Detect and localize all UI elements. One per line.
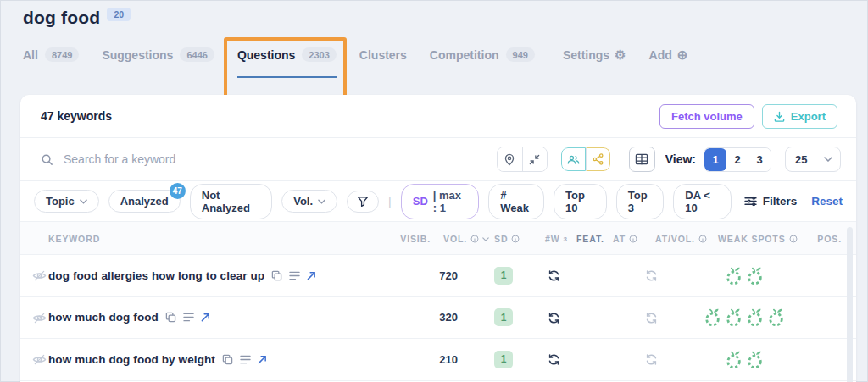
copy-icon[interactable] [271,270,282,281]
search-input[interactable] [64,152,318,166]
external-link-icon[interactable] [201,313,210,322]
volume-value: 210 [439,339,458,380]
view-option-2[interactable]: 2 [726,148,748,171]
col-weak-spots[interactable]: WEAK SPOTS [718,222,798,256]
sd-badge: 1 [494,351,513,368]
col-keyword[interactable]: KEYWORD [48,222,100,256]
add-button[interactable]: Add ⊕ [649,48,688,62]
refresh-w3-icon[interactable] [548,353,560,366]
sd-badge: 1 [494,267,513,285]
page-title: dog food [23,8,100,28]
funnel-icon [357,196,369,208]
table-view-button[interactable] [629,147,655,172]
volume-value: 320 [439,297,458,339]
tab-count-badge: 949 [506,47,535,62]
location-pin-button[interactable] [498,147,522,171]
table-row: how much dog food by weight 210 1 [20,339,856,381]
funnel-filter-button[interactable] [347,191,379,213]
tab-clusters[interactable]: Clusters [359,48,407,62]
users-button[interactable] [561,147,586,171]
sort-icon[interactable] [482,237,489,241]
analyzed-filter[interactable]: Analyzed 47 [108,190,181,213]
col-feat[interactable]: FEAT. [576,222,604,256]
settings-button[interactable]: Settings ⚙ [563,48,626,62]
page-size-select[interactable]: 25 [785,147,841,172]
info-icon [629,235,637,243]
export-label: Export [791,110,826,123]
da-label: DA < 10 [685,189,719,214]
volume-value: 720 [439,255,458,296]
tab-competition[interactable]: Competition 949 [430,47,535,62]
page-header: dog food 20 [23,8,131,28]
refresh-at-icon[interactable] [645,353,658,366]
sd-max-filter[interactable]: SD | max : 1 [401,184,480,219]
weak-spot-fruit-icon[interactable] [767,307,785,327]
fetch-volume-button[interactable]: Fetch volume [659,104,754,129]
reset-button[interactable]: Reset [811,195,843,208]
serp-list-icon[interactable] [183,313,194,322]
view-selector: 1 2 3 [704,147,771,172]
weak-spot-fruit-icon[interactable] [704,307,721,327]
external-link-icon[interactable] [258,355,267,364]
eye-off-icon[interactable] [32,353,47,366]
refresh-w3-icon[interactable] [548,269,560,282]
tab-questions[interactable]: Questions 2303 [237,47,337,62]
copy-icon[interactable] [222,354,233,365]
tab-count-badge: 2303 [302,47,336,62]
keyword-text[interactable]: how much dog food [48,311,159,324]
analyzed-count-badge: 47 [170,183,186,199]
col-w3[interactable]: #W3 [545,222,568,256]
col-sd[interactable]: SD [494,222,520,256]
volume-filter[interactable]: Vol. [281,190,337,213]
keywords-panel: 47 keywords Fetch volume Export [20,95,856,382]
tab-all[interactable]: All 8749 [23,47,79,62]
table-scrollbar[interactable] [847,227,853,382]
chevron-down-icon [824,157,832,162]
keyword-text[interactable]: how much dog food by weight [48,353,215,366]
col-at[interactable]: AT [613,222,637,256]
copy-icon[interactable] [165,312,176,323]
info-icon [511,235,520,243]
weak-spot-fruit-icon[interactable] [746,307,764,327]
not-analyzed-filter[interactable]: Not Analyzed [190,184,272,219]
topic-label: Topic [46,195,75,208]
weak-filter[interactable]: # Weak [488,184,544,219]
col-visib[interactable]: VISIB. [400,222,431,256]
col-atvol[interactable]: AT/VOL. [655,222,707,256]
weak-spot-fruit-icon[interactable] [725,266,743,285]
topic-filter[interactable]: Topic [34,190,99,213]
weak-spot-fruit-icon[interactable] [746,266,764,285]
weak-spot-fruit-icon[interactable] [746,350,764,369]
export-button[interactable]: Export [762,104,837,129]
weak-spots-cell [692,297,797,339]
top10-filter[interactable]: Top 10 [554,184,607,219]
info-icon [698,235,707,243]
da-filter[interactable]: DA < 10 [673,184,731,219]
tab-suggestions[interactable]: Suggestions 6446 [102,47,214,62]
share-button[interactable] [586,147,610,171]
col-vol[interactable]: VOL. [443,222,489,256]
sd-label: SD [413,195,428,208]
sd-badge: 1 [494,308,513,326]
refresh-at-icon[interactable] [645,269,658,282]
filters-button[interactable]: Filters [744,195,798,208]
view-option-1[interactable]: 1 [704,148,726,171]
weak-spot-fruit-icon[interactable] [725,350,743,369]
refresh-w3-icon[interactable] [548,312,560,324]
info-icon [470,235,479,243]
serp-list-icon[interactable] [240,355,251,364]
keyword-text[interactable]: dog food allergies how long to clear up [48,269,264,282]
tab-label: Questions [237,48,295,62]
top3-filter[interactable]: Top 3 [616,184,665,219]
collapse-arrows-button[interactable] [522,147,547,171]
weak-spot-fruit-icon[interactable] [725,307,743,327]
external-link-icon[interactable] [307,271,316,280]
eye-off-icon[interactable] [32,269,47,282]
col-pos[interactable]: POS. [817,222,842,256]
refresh-at-icon[interactable] [645,312,658,324]
eye-off-icon[interactable] [32,312,47,324]
serp-list-icon[interactable] [289,271,300,280]
view-option-3[interactable]: 3 [748,148,771,171]
tab-label: Competition [430,48,499,62]
top3-label: Top 3 [628,189,653,214]
